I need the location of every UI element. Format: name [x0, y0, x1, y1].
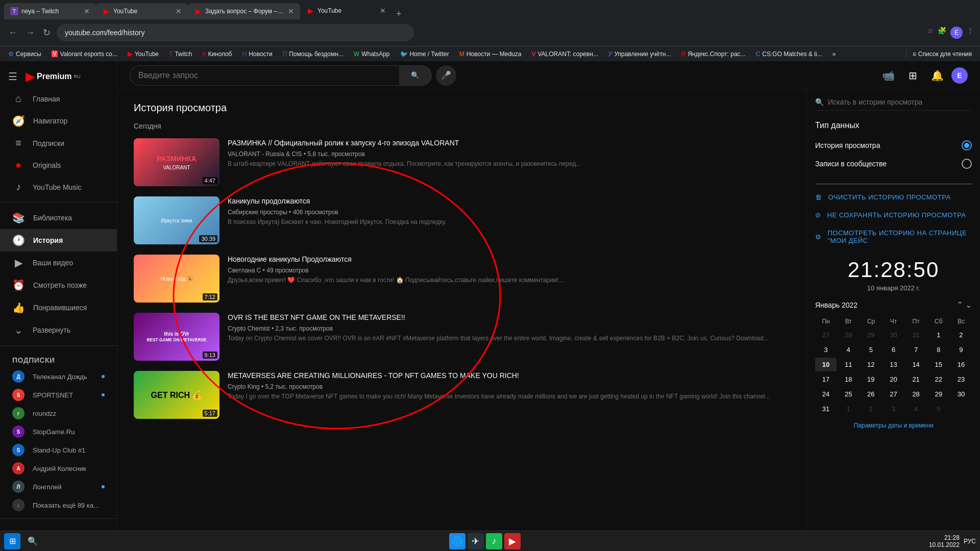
cal-day-7[interactable]: 7 [905, 343, 927, 357]
cal-day-dec27[interactable]: 27 [815, 328, 837, 342]
sidebar-item-subscriptions[interactable]: ≡ Подписки [0, 132, 117, 154]
cal-day-dec29[interactable]: 29 [860, 328, 881, 342]
sidebar-item-your-videos[interactable]: ▶ Ваши видео [0, 252, 117, 274]
sidebar-item-expand[interactable]: ⌄ Развернуть [0, 319, 117, 341]
start-button[interactable]: ⊞ [4, 533, 20, 549]
cal-day-17[interactable]: 17 [815, 372, 837, 386]
cal-day-dec31[interactable]: 31 [905, 328, 927, 342]
account-button[interactable]: Е [951, 67, 968, 84]
bookmark-kinopoisk[interactable]: К Кинопоб [198, 49, 236, 59]
yt-logo[interactable]: ▶ Premium RU [26, 69, 80, 84]
bookmark-services[interactable]: ⚙ Сервисы [4, 49, 45, 59]
sidebar-item-youtube-music[interactable]: ♪ YouTube Music [0, 176, 117, 198]
video-item-2[interactable]: Иркутск зима 30:39 Каникулы продолжаются… [134, 196, 790, 244]
new-tab-button[interactable]: + [392, 9, 406, 19]
search-button[interactable]: 🔍 [399, 65, 432, 86]
cal-day-20[interactable]: 20 [883, 372, 904, 386]
bookmark-reading-list[interactable]: ≡ Список для чтения [906, 49, 976, 59]
bookmark-valorant[interactable]: V Valorant esports co... [47, 49, 121, 59]
bookmark-account[interactable]: У Управление учётн... [604, 49, 675, 59]
cal-day-feb4[interactable]: 4 [905, 402, 927, 416]
tab-3-close[interactable]: ✕ [288, 7, 294, 15]
pause-history-button[interactable]: ⊘ НЕ СОХРАНЯТЬ ИСТОРИЮ ПРОСМОТРА [815, 206, 972, 224]
notifications-button[interactable]: 🔔 [927, 65, 947, 86]
cal-day-feb3[interactable]: 3 [883, 402, 904, 416]
video-item-5[interactable]: GET RICH 💰 5:17 METAVERSES ARE CREATING … [134, 371, 790, 419]
bookmark-twitter[interactable]: 🐦 Home / Twitter [396, 49, 453, 59]
back-button[interactable]: ← [6, 26, 19, 40]
bookmark-whatsapp[interactable]: W WhatsApp [350, 49, 394, 59]
cal-day-dec30[interactable]: 30 [883, 328, 904, 342]
cal-day-30[interactable]: 30 [950, 387, 972, 401]
tab-4[interactable]: ▶ YouTube ✕ [300, 3, 392, 19]
cal-day-2[interactable]: 2 [950, 328, 972, 342]
cal-day-27[interactable]: 27 [883, 387, 904, 401]
sidebar-item-originals[interactable]: ● Originals [0, 154, 117, 176]
cal-day-8[interactable]: 8 [928, 343, 949, 357]
cal-day-4[interactable]: 4 [838, 343, 859, 357]
tab-3[interactable]: ▶ Задать вопрос – Форум – YouT... ✕ [188, 3, 300, 19]
sidebar-item-home[interactable]: ⌂ Главная [0, 88, 117, 110]
cal-day-14[interactable]: 14 [905, 358, 927, 371]
cal-day-11[interactable]: 11 [838, 358, 859, 371]
mic-button[interactable]: 🎤 [436, 65, 456, 86]
cal-day-feb1[interactable]: 1 [838, 402, 859, 416]
reload-button[interactable]: ↻ [41, 25, 53, 40]
cal-day-12[interactable]: 12 [860, 358, 881, 371]
forward-button[interactable]: → [23, 26, 37, 40]
hamburger-menu[interactable]: ☰ [8, 70, 17, 83]
bookmark-more[interactable]: » [828, 49, 840, 59]
cal-day-15[interactable]: 15 [928, 358, 949, 371]
subscription-item-standup[interactable]: S Stand-Up Club #1 [0, 441, 117, 459]
cal-day-6[interactable]: 6 [883, 343, 904, 357]
subscription-item-stopgame[interactable]: S StopGame.Ru [0, 422, 117, 441]
bookmark-meduza[interactable]: М Новости — Meduza [455, 49, 526, 59]
video-item-1[interactable]: РАЗМИНКА VALORANT 4:47 РАЗМИНКА // Офици… [134, 138, 790, 186]
cal-day-13[interactable]: 13 [883, 358, 904, 371]
apps-button[interactable]: ⊞ [902, 65, 923, 86]
sidebar-item-navigator[interactable]: 🧭 Навигатор [0, 110, 117, 132]
subscription-item-sportsnet[interactable]: S SPORTSNET [0, 386, 117, 404]
cal-day-26[interactable]: 26 [860, 387, 881, 401]
video-item-4[interactable]: this is OVrBEST GAME ON METAVERSE 8:13 O… [134, 313, 790, 361]
url-bar[interactable]: youtube.com/feed/history [57, 24, 414, 41]
cal-day-22[interactable]: 22 [928, 372, 949, 386]
sidebar-item-history[interactable]: 🕐 История [0, 229, 117, 252]
cal-day-1[interactable]: 1 [928, 328, 949, 342]
cal-day-dec28[interactable]: 28 [838, 328, 859, 342]
tab-2[interactable]: ▶ YouTube ✕ [96, 3, 188, 19]
cal-day-3[interactable]: 3 [815, 343, 837, 357]
tab-2-close[interactable]: ✕ [176, 7, 182, 15]
subscription-item-longplay[interactable]: Л Лонгплей [0, 478, 117, 496]
radio-watch-history[interactable]: История просмотра [815, 136, 972, 155]
radio-community[interactable]: Записи в сообществе [815, 155, 972, 173]
cal-day-21[interactable]: 21 [905, 372, 927, 386]
tab-4-close[interactable]: ✕ [380, 7, 386, 15]
sidebar-item-watch-later[interactable]: ⏰ Смотреть позже [0, 274, 117, 296]
create-button[interactable]: 📹 [878, 65, 898, 86]
cal-day-19[interactable]: 19 [860, 372, 881, 386]
bookmark-valorant2[interactable]: V VALORANT: соревн... [527, 49, 602, 59]
cal-day-23[interactable]: 23 [950, 372, 972, 386]
datetime-settings[interactable]: Параметры даты и времени [815, 422, 972, 429]
telegram-taskbar[interactable]: ✈ [468, 533, 484, 549]
subscription-item-roundzz[interactable]: r roundzz [0, 404, 117, 422]
bookmark-novosti[interactable]: Н Новости [238, 49, 276, 59]
bookmark-csgo[interactable]: C CS:GO Matches & li... [752, 49, 826, 59]
search-taskbar-button[interactable]: 🔍 [24, 533, 41, 549]
cal-day-9[interactable]: 9 [950, 343, 972, 357]
cal-day-18[interactable]: 18 [838, 372, 859, 386]
cal-day-feb2[interactable]: 2 [860, 402, 881, 416]
menu-icon[interactable]: ⋮ [967, 27, 974, 39]
subscription-item-show-more[interactable]: ↓ Показать ещё 89 ка... [0, 496, 117, 514]
bookmark-help[interactable]: П Помощь бездомн... [279, 49, 348, 59]
cal-day-24[interactable]: 24 [815, 387, 837, 401]
tab-1[interactable]: T neya – Twitch ✕ [4, 3, 96, 19]
cal-day-29[interactable]: 29 [928, 387, 949, 401]
chrome-taskbar[interactable]: 🌐 [449, 533, 465, 549]
sidebar-item-liked[interactable]: 👍 Понравившиеся [0, 296, 117, 319]
sidebar-item-library[interactable]: 📚 Библиотека [0, 207, 117, 229]
bookmark-youtube[interactable]: ▶ YouTube [124, 49, 163, 59]
subscription-item-kolesnik[interactable]: А Андрей Колесник [0, 459, 117, 478]
bookmark-twitch[interactable]: T Twitch [165, 49, 196, 59]
